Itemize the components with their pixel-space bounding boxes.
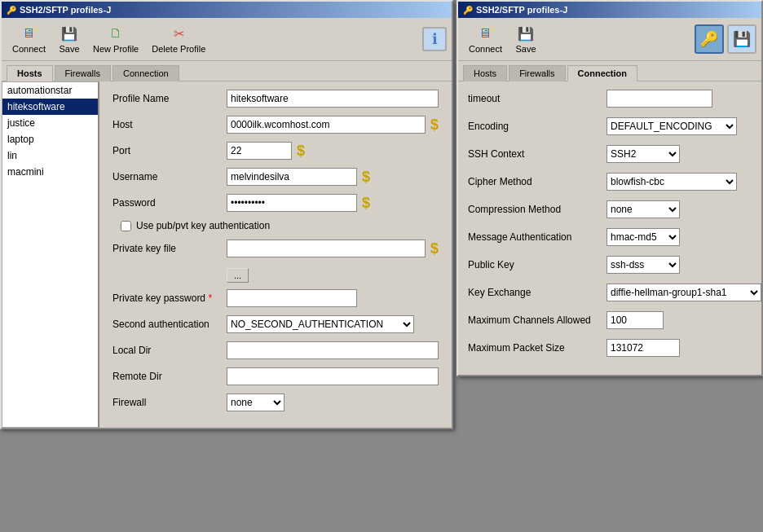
timeout-label: timeout bbox=[468, 93, 606, 104]
save-button[interactable]: 💾 Save bbox=[53, 21, 86, 57]
private-key-dollar-icon: $ bbox=[430, 240, 439, 257]
cipher-method-label: Cipher Method bbox=[468, 176, 606, 187]
port-input[interactable] bbox=[227, 142, 292, 160]
message-auth-label: Message Authentication bbox=[468, 231, 606, 243]
window2: 🔑 SSH2/SFTP profiles-J 🖥 Connect 💾 Save … bbox=[456, 0, 763, 376]
password-row: Password $ bbox=[112, 194, 439, 212]
firewall-label: Firewall bbox=[112, 397, 227, 408]
new-profile-label: New Profile bbox=[93, 44, 139, 54]
new-profile-icon: 🗋 bbox=[107, 24, 125, 42]
pubpvt-label: Use pub/pvt key authentication bbox=[136, 220, 270, 231]
username-label: Username bbox=[112, 171, 227, 182]
profile-name-row: Profile Name bbox=[112, 90, 439, 108]
timeout-input[interactable] bbox=[606, 90, 712, 108]
max-channels-label: Maximum Channels Allowed bbox=[468, 314, 606, 326]
tab-connection[interactable]: Connection bbox=[112, 65, 179, 81]
max-packet-label: Maximum Packet Size bbox=[468, 342, 606, 354]
w2-save-label: Save bbox=[515, 44, 536, 54]
window2-toolbar: 🖥 Connect 💾 Save 🔑 💾 bbox=[458, 18, 761, 61]
host-label: Host bbox=[112, 119, 227, 130]
second-auth-row: Second authentication NO_SECOND_AUTHENTI… bbox=[112, 315, 439, 333]
firewall-row: Firewall none SOCKS4 SOCKS5 HTTP bbox=[112, 394, 439, 411]
timeout-row: timeout bbox=[468, 90, 752, 108]
compression-label: Compression Method bbox=[468, 204, 606, 215]
w2-icon2: 💾 bbox=[733, 30, 751, 48]
password-input[interactable] bbox=[227, 194, 357, 212]
max-packet-row: Maximum Packet Size bbox=[468, 339, 752, 357]
port-label: Port bbox=[112, 145, 227, 156]
message-auth-row: Message Authentication hmac-md5 hmac-sha… bbox=[468, 228, 752, 246]
w2-save-button[interactable]: 💾 Save bbox=[509, 21, 542, 57]
compression-row: Compression Method none zlib bbox=[468, 200, 752, 218]
profile-name-input[interactable] bbox=[227, 90, 439, 108]
delete-profile-label: Delete Profile bbox=[152, 44, 205, 54]
second-auth-select[interactable]: NO_SECOND_AUTHENTICATION PASSWORD PUBLIC… bbox=[227, 315, 414, 333]
window1-tab-content: automationstar hiteksoftware justice lap… bbox=[2, 81, 452, 428]
w2-icon-button2[interactable]: 💾 bbox=[727, 24, 756, 54]
host-item-laptop[interactable]: laptop bbox=[2, 131, 98, 147]
window1-title-text: SSH2/SFTP profiles-J bbox=[20, 5, 111, 15]
host-input[interactable] bbox=[227, 116, 426, 134]
w2-tab-connection[interactable]: Connection bbox=[567, 65, 638, 81]
w2-icon1: 🔑 bbox=[700, 30, 718, 48]
w2-connect-button[interactable]: 🖥 Connect bbox=[463, 21, 508, 57]
password-label: Password bbox=[112, 197, 227, 209]
private-key-password-input[interactable] bbox=[227, 289, 357, 307]
private-key-password-label: Private key password bbox=[112, 292, 227, 304]
pubpvt-checkbox[interactable] bbox=[121, 221, 131, 231]
host-item-lin[interactable]: lin bbox=[2, 147, 98, 164]
second-auth-label: Second authentication bbox=[112, 319, 227, 330]
port-dollar-icon: $ bbox=[297, 143, 305, 160]
local-dir-input[interactable] bbox=[227, 341, 439, 359]
public-key-select[interactable]: ssh-dss ssh-rsa bbox=[606, 256, 680, 274]
message-auth-select[interactable]: hmac-md5 hmac-sha1 bbox=[606, 228, 680, 246]
username-input[interactable] bbox=[227, 168, 357, 186]
private-key-file-input[interactable] bbox=[227, 240, 426, 257]
connect-button[interactable]: 🖥 Connect bbox=[7, 21, 51, 57]
key-exchange-label: Key Exchange bbox=[468, 287, 606, 298]
public-key-label: Public Key bbox=[468, 259, 606, 270]
info-button[interactable]: ℹ bbox=[422, 27, 447, 51]
host-item-macmini[interactable]: macmini bbox=[2, 164, 98, 180]
private-key-file-label: Private key file bbox=[112, 243, 227, 254]
window1-title-icon: 🔑 bbox=[7, 6, 16, 15]
max-channels-input[interactable] bbox=[606, 311, 664, 329]
cipher-method-row: Cipher Method blowfish-cbc 3des-cbc aes1… bbox=[468, 173, 752, 191]
delete-profile-button[interactable]: ✂ Delete Profile bbox=[146, 21, 211, 57]
remote-dir-input[interactable] bbox=[227, 367, 439, 385]
max-packet-input[interactable] bbox=[606, 339, 680, 357]
tab-hosts[interactable]: Hosts bbox=[7, 65, 53, 81]
w2-icon-button1[interactable]: 🔑 bbox=[695, 24, 724, 54]
w2-tab-hosts[interactable]: Hosts bbox=[463, 65, 507, 81]
w2-tab-firewalls[interactable]: Firewalls bbox=[509, 65, 565, 81]
key-exchange-select[interactable]: diffie-hellman-group1-sha1 diffie-hellma… bbox=[606, 284, 761, 301]
private-key-password-row: Private key password bbox=[112, 289, 439, 307]
ssh-context-label: SSH Context bbox=[468, 148, 606, 160]
firewall-select[interactable]: none SOCKS4 SOCKS5 HTTP bbox=[227, 394, 284, 411]
window1-titlebar: 🔑 SSH2/SFTP profiles-J bbox=[2, 2, 452, 18]
username-dollar-icon: $ bbox=[362, 169, 370, 186]
key-exchange-row: Key Exchange diffie-hellman-group1-sha1 … bbox=[468, 284, 752, 301]
tab-firewalls[interactable]: Firewalls bbox=[55, 65, 111, 81]
new-profile-button[interactable]: 🗋 New Profile bbox=[87, 21, 144, 57]
cipher-method-select[interactable]: blowfish-cbc 3des-cbc aes128-cbc bbox=[606, 173, 737, 191]
window2-tabs: Hosts Firewalls Connection bbox=[458, 61, 761, 81]
host-item-automationstar[interactable]: automationstar bbox=[2, 82, 98, 99]
connect-label: Connect bbox=[12, 44, 46, 54]
ssh-context-row: SSH Context SSH2 SSH1 bbox=[468, 145, 752, 163]
delete-profile-icon: ✂ bbox=[170, 24, 187, 42]
encoding-select[interactable]: DEFAULT_ENCODING UTF-8 ISO-8859-1 bbox=[606, 117, 737, 135]
pubpvt-row: Use pub/pvt key authentication bbox=[112, 220, 439, 231]
save-label: Save bbox=[59, 44, 79, 54]
host-item-hiteksoftware[interactable]: hiteksoftware bbox=[2, 99, 98, 115]
window2-titlebar: 🔑 SSH2/SFTP profiles-J bbox=[458, 2, 761, 18]
ssh-context-select[interactable]: SSH2 SSH1 bbox=[606, 145, 680, 163]
port-row: Port $ bbox=[112, 142, 439, 160]
info-icon: ℹ bbox=[432, 30, 438, 48]
connect-icon: 🖥 bbox=[20, 24, 37, 42]
window1: 🔑 SSH2/SFTP profiles-J 🖥 Connect 💾 Save … bbox=[0, 0, 453, 429]
compression-select[interactable]: none zlib bbox=[606, 200, 680, 218]
browse-button[interactable]: ... bbox=[227, 268, 249, 283]
profile-name-label: Profile Name bbox=[112, 93, 227, 104]
host-item-justice[interactable]: justice bbox=[2, 115, 98, 131]
